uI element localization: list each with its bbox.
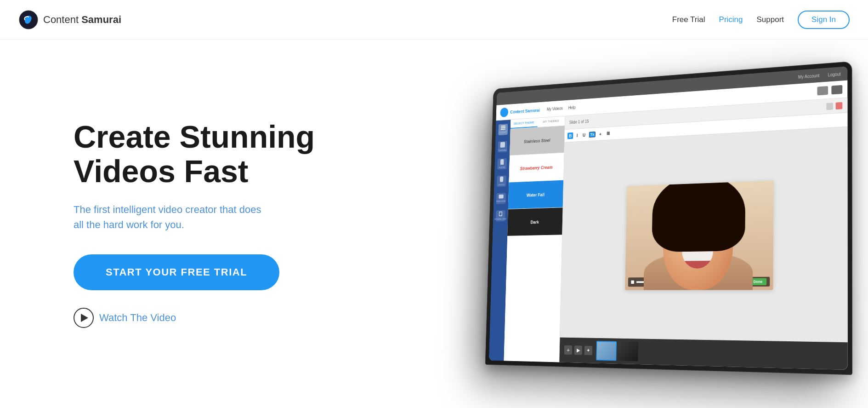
logo-icon [18, 10, 39, 30]
slide-settings-icon[interactable] [826, 103, 833, 110]
themes-sidebar: SELECT THEME MY THEMES Stainless Steel S… [504, 116, 565, 362]
hero-subtitle: The first intelligent video creator that… [74, 202, 267, 232]
monitor-mockup: My Account Logout Content Samurai My Vid… [484, 57, 868, 408]
cta-free-trial-button[interactable]: START YOUR FREE TRIAL [74, 254, 279, 290]
add-slide-btn[interactable]: + [564, 345, 573, 355]
monitor-frame: My Account Logout Content Samurai My Vid… [485, 61, 852, 375]
monitor-screen: My Account Logout Content Samurai My Vid… [489, 66, 848, 370]
effect-btn[interactable]: ✦ [584, 346, 592, 355]
video-icon: ▶ [577, 347, 580, 353]
filmstrip-controls: + ▶ ✦ [562, 345, 596, 356]
app-body: SCRIPT THEMES AUDIO VOICE [489, 98, 848, 370]
video-play-icon[interactable] [631, 281, 634, 284]
slide-delete-icon[interactable] [836, 102, 843, 109]
app-topbar-right: My Account Logout [798, 71, 841, 79]
theme-item-steel[interactable]: Stainless Steel [510, 126, 565, 155]
app-main-content: Slide 1 of 15 B I U Tx + [559, 98, 847, 370]
app-nav-my-videos[interactable]: My Videos [547, 106, 563, 112]
logo[interactable]: Content Samurai [18, 10, 121, 30]
app-nav-help[interactable]: Help [568, 105, 576, 110]
nav-links: Free Trial Pricing Support Sign In [672, 11, 850, 29]
slide-indicator: Slide 1 of 15 [569, 119, 589, 125]
monitor-view-icon[interactable] [817, 86, 828, 95]
plus-icon: + [567, 347, 570, 353]
video-slide-btn[interactable]: ▶ [574, 345, 583, 355]
slide-frame: Done [625, 181, 774, 290]
theme-list: Stainless Steel Strawberry Cream Water F… [504, 126, 564, 362]
slide-area: Done [560, 127, 848, 342]
download-toolbar-btn[interactable]: DOWNLOAD [496, 210, 505, 222]
hair-decoration [652, 181, 745, 253]
underline-tool[interactable]: U [581, 132, 587, 138]
sign-in-button[interactable]: Sign In [798, 11, 850, 29]
nav-free-trial[interactable]: Free Trial [672, 15, 705, 24]
theme-item-strawberry[interactable]: Strawberry Cream [509, 153, 564, 182]
nav-support[interactable]: Support [757, 15, 784, 24]
bold-tool[interactable]: B [567, 132, 573, 139]
camera-icon[interactable] [831, 85, 842, 94]
select-theme-tab[interactable]: SELECT THEME [511, 118, 538, 129]
filmstrip: + ▶ ✦ [559, 338, 847, 370]
hero-headline: Create Stunning Videos Fast [74, 120, 368, 189]
play-triangle-icon [81, 314, 88, 322]
app-logo-mini: Content Samurai [500, 105, 540, 117]
themes-toolbar-btn[interactable]: THEMES [498, 141, 507, 153]
script-toolbar-btn[interactable]: SCRIPT [498, 124, 508, 135]
theme-item-dark[interactable]: Dark [507, 207, 562, 236]
app-nav-items: My Videos Help [547, 105, 576, 112]
theme-item-waterfall[interactable]: Water Fall [508, 180, 563, 209]
effect-icon: ✦ [586, 347, 590, 353]
audio-toolbar-btn[interactable]: AUDIO [497, 158, 507, 170]
slide-image-content [625, 181, 774, 290]
preview-toolbar-btn[interactable]: PREVIEW [496, 193, 506, 204]
app-top-controls [817, 85, 842, 95]
watch-video-link[interactable]: Watch The Video [74, 308, 368, 328]
italic-tool[interactable]: I [575, 132, 579, 138]
play-circle-icon [74, 308, 94, 328]
my-account-link[interactable]: My Account [798, 73, 820, 80]
app-logo-circle-icon [500, 107, 508, 117]
logout-link[interactable]: Logout [828, 71, 841, 77]
smile-teeth [682, 251, 713, 269]
logo-text: Content Samurai [43, 14, 121, 26]
navbar: Content Samurai Free Trial Pricing Suppo… [0, 0, 868, 40]
filmstrip-thumb-1[interactable] [596, 341, 617, 361]
watch-video-text: Watch The Video [99, 312, 176, 324]
hero-left: Create Stunning Videos Fast The first in… [74, 120, 368, 328]
text-box-tool[interactable]: Tx [589, 131, 596, 137]
app-logo-text: Content Samurai [510, 108, 540, 115]
grid-tool[interactable]: ⊞ [605, 130, 612, 137]
voice-toolbar-btn[interactable]: VOICE [497, 175, 506, 187]
add-tool[interactable]: + [598, 131, 603, 138]
nav-pricing[interactable]: Pricing [719, 15, 743, 24]
filmstrip-thumb-2[interactable] [618, 341, 638, 361]
my-themes-tab[interactable]: MY THEMES [537, 116, 565, 127]
hero-section: Create Stunning Videos Fast The first in… [0, 40, 868, 408]
